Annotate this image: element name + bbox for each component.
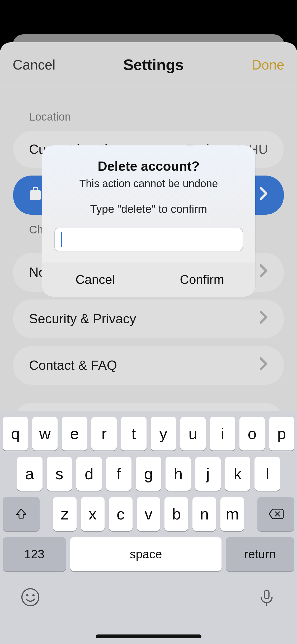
chevron-right-icon bbox=[259, 310, 268, 328]
alert-cancel-button[interactable]: Cancel bbox=[42, 262, 149, 297]
emoji-icon[interactable] bbox=[21, 588, 40, 608]
key-p[interactable]: p bbox=[269, 417, 294, 450]
chevron-right-icon bbox=[259, 186, 268, 204]
svg-rect-2 bbox=[32, 191, 33, 199]
svg-rect-3 bbox=[37, 191, 39, 199]
security-label: Security & Privacy bbox=[29, 311, 136, 326]
alert-confirm-button[interactable]: Confirm bbox=[149, 262, 256, 297]
space-key[interactable]: space bbox=[70, 537, 221, 571]
key-s[interactable]: s bbox=[47, 457, 72, 491]
key-x[interactable]: x bbox=[81, 497, 105, 531]
key-g[interactable]: g bbox=[136, 457, 161, 491]
key-w[interactable]: w bbox=[32, 417, 58, 450]
confirm-text-input[interactable] bbox=[54, 228, 243, 251]
security-privacy-row[interactable]: Security & Privacy bbox=[13, 300, 284, 338]
alert-title: Delete account? bbox=[54, 159, 243, 174]
key-l[interactable]: l bbox=[254, 457, 280, 491]
key-i[interactable]: i bbox=[210, 417, 235, 450]
key-t[interactable]: t bbox=[121, 417, 146, 450]
kb-row-4: 123 space return bbox=[3, 537, 294, 571]
key-h[interactable]: h bbox=[166, 457, 191, 491]
key-e[interactable]: e bbox=[62, 417, 87, 450]
key-d[interactable]: d bbox=[76, 457, 102, 491]
software-keyboard: qwertyuiop asdfghjkl zxcvbnm 123 space r… bbox=[0, 411, 297, 644]
key-q[interactable]: q bbox=[3, 417, 28, 450]
home-indicator bbox=[96, 634, 201, 638]
backspace-key[interactable] bbox=[257, 497, 294, 531]
return-key[interactable]: return bbox=[226, 537, 294, 571]
key-m[interactable]: m bbox=[220, 497, 244, 531]
kb-row-3: zxcvbnm bbox=[3, 497, 294, 531]
nav-bar: Cancel Settings Done bbox=[0, 42, 297, 87]
shift-key[interactable] bbox=[3, 497, 40, 531]
delete-account-alert: Delete account? This action cannot be un… bbox=[42, 145, 255, 297]
key-j[interactable]: j bbox=[195, 457, 221, 491]
svg-rect-7 bbox=[264, 590, 269, 599]
cancel-button[interactable]: Cancel bbox=[13, 57, 55, 73]
dictation-icon[interactable] bbox=[257, 588, 276, 608]
kb-row-2: asdfghjkl bbox=[3, 457, 294, 491]
kb-row-1: qwertyuiop bbox=[3, 417, 294, 450]
section-location-label: Location bbox=[29, 111, 284, 123]
key-f[interactable]: f bbox=[106, 457, 132, 491]
svg-rect-0 bbox=[30, 190, 41, 200]
page-title: Settings bbox=[123, 56, 184, 73]
text-cursor bbox=[61, 232, 62, 247]
chevron-right-icon bbox=[259, 264, 268, 281]
suitcase-icon bbox=[29, 186, 42, 204]
done-button[interactable]: Done bbox=[252, 57, 284, 73]
key-k[interactable]: k bbox=[225, 457, 251, 491]
contact-label: Contact & FAQ bbox=[29, 358, 117, 373]
key-b[interactable]: b bbox=[164, 497, 188, 531]
svg-rect-1 bbox=[33, 187, 37, 190]
key-r[interactable]: r bbox=[91, 417, 117, 450]
alert-message: Type "delete" to confirm bbox=[54, 203, 243, 215]
key-c[interactable]: c bbox=[109, 497, 133, 531]
key-v[interactable]: v bbox=[137, 497, 161, 531]
alert-subtitle: This action cannot be undone bbox=[54, 178, 243, 190]
numbers-key[interactable]: 123 bbox=[3, 537, 66, 571]
key-y[interactable]: y bbox=[151, 417, 176, 450]
key-o[interactable]: o bbox=[239, 417, 265, 450]
svg-point-6 bbox=[32, 594, 35, 596]
key-z[interactable]: z bbox=[53, 497, 77, 531]
key-u[interactable]: u bbox=[180, 417, 206, 450]
key-a[interactable]: a bbox=[17, 457, 43, 491]
svg-point-4 bbox=[22, 589, 39, 606]
chevron-right-icon bbox=[259, 357, 268, 374]
svg-point-5 bbox=[26, 594, 29, 596]
key-n[interactable]: n bbox=[192, 497, 216, 531]
contact-faq-row[interactable]: Contact & FAQ bbox=[13, 346, 284, 385]
